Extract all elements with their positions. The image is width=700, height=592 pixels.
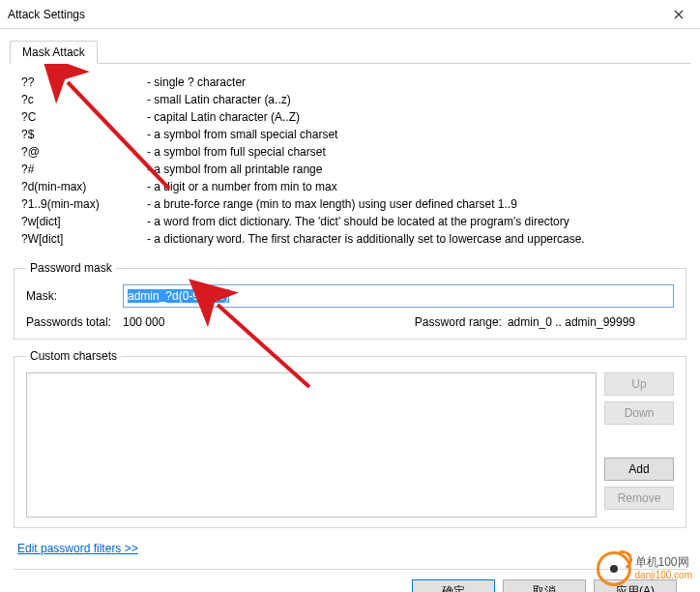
tab-mask-attack[interactable]: Mask Attack — [10, 41, 98, 64]
charsets-listbox[interactable] — [26, 372, 597, 518]
custom-charsets-legend: Custom charsets — [26, 349, 121, 363]
mask-input-value: admin_?d(0-99999) — [128, 289, 229, 303]
help-desc: - a symbol from all printable range — [147, 161, 679, 178]
help-desc: - a symbol from small special charset — [147, 126, 679, 143]
help-desc: - a brute-force range (min to max length… — [147, 195, 679, 213]
close-icon — [674, 10, 684, 19]
down-button[interactable]: Down — [604, 401, 674, 425]
up-button[interactable]: Up — [604, 372, 674, 396]
help-key: ?c — [21, 91, 147, 108]
help-desc: - a dictionary word. The first character… — [147, 230, 679, 248]
ok-button[interactable]: 确定 — [412, 579, 495, 592]
help-key: ?@ — [21, 143, 147, 161]
help-desc: - capital Latin character (A..Z) — [147, 108, 679, 126]
password-range-value: admin_0 .. admin_99999 — [508, 315, 635, 329]
help-desc: - a symbol from full special charset — [147, 143, 679, 161]
mask-syntax-help: ??- single ? character ?c- small Latin c… — [10, 64, 690, 255]
help-desc: - small Latin character (a..z) — [147, 91, 679, 108]
help-desc: - single ? character — [147, 74, 679, 91]
help-key: ?W[dict] — [21, 230, 147, 248]
passwords-total-value: 100 000 — [123, 315, 316, 329]
edit-password-filters-link[interactable]: Edit password filters >> — [17, 542, 138, 555]
help-key: ?? — [21, 74, 147, 91]
password-range-label: Password range: — [415, 315, 502, 329]
help-key: ?1..9(min-max) — [21, 195, 147, 213]
close-button[interactable] — [656, 0, 700, 29]
help-desc: - a digit or a number from min to max — [147, 178, 679, 195]
apply-button[interactable]: 应用(A) — [594, 579, 677, 592]
help-key: ?C — [21, 108, 147, 126]
help-desc: - a word from dict dictionary. The 'dict… — [147, 213, 679, 230]
password-mask-group: Password mask Mask: admin_?d(0-99999) Pa… — [14, 261, 686, 340]
help-key: ?$ — [21, 126, 147, 143]
tab-label: Mask Attack — [22, 45, 85, 59]
title-bar: Attack Settings — [0, 0, 700, 29]
add-button[interactable]: Add — [604, 458, 674, 481]
help-key: ?w[dict] — [21, 213, 147, 230]
passwords-total-label: Passwords total: — [26, 315, 123, 329]
custom-charsets-group: Custom charsets Up Down Add Remove — [14, 349, 686, 528]
dialog-button-bar: 确定 取消 应用(A) — [10, 570, 690, 592]
help-key: ?d(min-max) — [21, 178, 147, 195]
password-mask-legend: Password mask — [26, 261, 116, 275]
help-key: ?# — [21, 161, 147, 178]
mask-input[interactable]: admin_?d(0-99999) — [123, 284, 674, 308]
remove-button[interactable]: Remove — [604, 487, 674, 510]
mask-label: Mask: — [26, 289, 123, 303]
window-title: Attack Settings — [8, 8, 656, 21]
cancel-button[interactable]: 取消 — [503, 579, 586, 592]
tab-strip: Mask Attack — [10, 39, 690, 64]
